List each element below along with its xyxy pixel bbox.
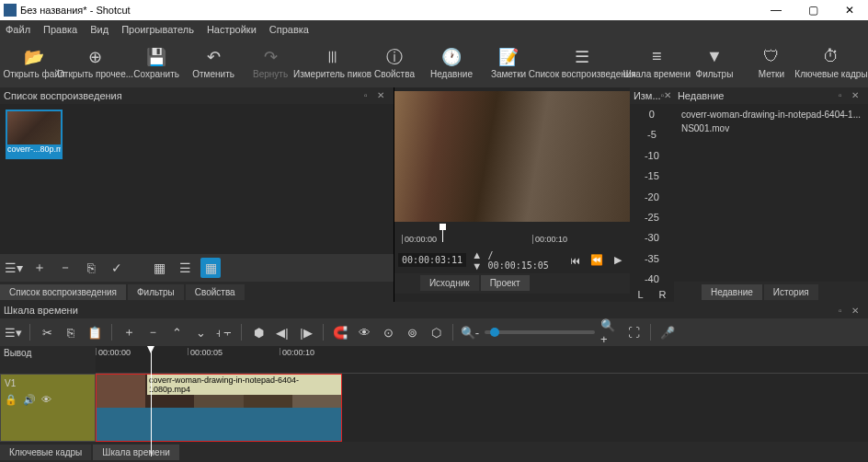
peak-meter-button[interactable]: ⫼Измеритель пиков (301, 40, 364, 86)
close-button[interactable]: ✕ (831, 0, 868, 20)
next-marker-icon[interactable]: |▶ (297, 322, 315, 342)
playlist-menu-icon[interactable]: ☰▾ (4, 258, 24, 278)
undo-button[interactable]: ↶Отменить (187, 40, 240, 86)
panel-undock-icon[interactable]: ▫ (839, 90, 851, 100)
panel-undock-icon[interactable]: ▫ (364, 90, 377, 100)
zoom-slider[interactable] (485, 330, 595, 334)
playlist-insert-icon[interactable]: ⎘ (81, 258, 101, 278)
funnel-icon: ▼ (706, 47, 723, 67)
copy-icon[interactable]: ⎘ (62, 322, 80, 342)
tab-source[interactable]: Исходник (420, 275, 479, 291)
preview-video[interactable] (394, 91, 630, 222)
track-hide-icon[interactable]: 👁 (41, 394, 51, 406)
rewind-icon[interactable]: ⏪ (589, 254, 605, 266)
filters-button[interactable]: ▼Фильтры (688, 40, 741, 86)
maximize-button[interactable]: ▢ (794, 0, 831, 20)
minimize-button[interactable]: — (758, 0, 794, 20)
playlist-add-icon[interactable]: ＋ (29, 258, 50, 278)
keyframes-button[interactable]: ⏱Ключевые кадры (802, 40, 861, 86)
ripple-icon[interactable]: ⊙ (379, 322, 397, 342)
recent-item[interactable]: coverr-woman-drawing-in-notepad-6404-1..… (678, 108, 864, 121)
app-icon (4, 4, 17, 17)
timecode-field[interactable]: 00:00:03:11 (398, 253, 466, 267)
tab-playlist[interactable]: Список воспроизведения (0, 284, 126, 300)
preview-playhead[interactable] (442, 224, 443, 242)
scrub-icon[interactable]: 👁 (355, 322, 373, 342)
view-grid-icon[interactable]: ▦ (200, 258, 221, 278)
append-icon[interactable]: ＋ (120, 322, 138, 342)
playlist-check-icon[interactable]: ✓ (107, 258, 127, 278)
clip-thumbnail (7, 111, 61, 144)
tab-properties[interactable]: Свойства (186, 284, 245, 300)
menu-help[interactable]: Справка (269, 24, 309, 35)
play-icon[interactable]: ▶ (611, 254, 626, 266)
view-list-icon[interactable]: ☰ (175, 258, 195, 278)
timeline-menu-icon[interactable]: ☰▾ (4, 322, 22, 342)
properties-button[interactable]: ⓘСвойства (368, 40, 421, 86)
markers-button[interactable]: 🛡Метки (745, 40, 798, 86)
track-lock-icon[interactable]: 🔒 (5, 394, 17, 406)
cut-icon[interactable]: ✂ (38, 322, 56, 342)
view-detail-icon[interactable]: ▦ (149, 258, 169, 278)
output-label[interactable]: Вывод (0, 346, 96, 359)
playlist-content[interactable]: coverr-...80p.mp4 (0, 104, 394, 254)
paste-icon[interactable]: 📋 (86, 322, 104, 342)
meter-title: Изм... ▫ ✕ (630, 87, 674, 104)
tab-timeline[interactable]: Шкала времени (93, 445, 178, 460)
panel-close-icon[interactable]: ✕ (851, 90, 864, 100)
notes-button[interactable]: 📝Заметки (482, 40, 535, 86)
overwrite-icon[interactable]: ⌄ (191, 322, 210, 342)
recent-item[interactable]: NS001.mov (678, 121, 864, 135)
remove-icon[interactable]: － (143, 322, 162, 342)
menu-settings[interactable]: Настройки (207, 24, 257, 35)
marker-add-icon[interactable]: ⬢ (249, 322, 268, 342)
open-other-button[interactable]: ⊕Открыть прочее... (64, 40, 126, 86)
menu-edit[interactable]: Правка (43, 24, 77, 35)
zoom-in-icon[interactable]: 🔍+ (600, 322, 619, 342)
meter-scale: 0 -5 -10 -15 -20 -25 -30 -35 -40 (630, 104, 674, 289)
timeline-button[interactable]: ≡Шкала времени (630, 40, 684, 86)
prev-marker-icon[interactable]: ◀| (273, 322, 291, 342)
ripple-all-icon[interactable]: ⊚ (403, 322, 421, 342)
track-mute-icon[interactable]: 🔊 (23, 394, 36, 406)
tab-filters[interactable]: Фильтры (128, 284, 184, 300)
panel-close-icon[interactable]: ✕ (377, 90, 390, 100)
snap-icon[interactable]: 🧲 (331, 322, 349, 342)
tab-history[interactable]: История (764, 284, 818, 300)
timeline-ruler[interactable]: 00:00:00 00:00:05 00:00:10 (96, 346, 868, 374)
playlist-remove-icon[interactable]: － (55, 258, 75, 278)
playlist-button[interactable]: ☰Список воспроизведения (539, 40, 626, 86)
skip-start-icon[interactable]: ⏮ (567, 255, 583, 266)
total-duration: / 00:00:15:05 (488, 250, 557, 271)
lift-icon[interactable]: ⌃ (167, 322, 186, 342)
save-button[interactable]: 💾Сохранить (130, 40, 183, 86)
timeline-playhead[interactable] (151, 346, 152, 456)
track-area[interactable]: 00:00:00 00:00:05 00:00:10 coverr-woman-… (96, 346, 868, 442)
timecode-spinner[interactable]: ▲▼ (472, 249, 482, 271)
tab-project[interactable]: Проект (481, 275, 530, 291)
clip-video-track: coverr-woman-drawing-in-notepad-6404-108… (97, 375, 341, 408)
clip-audio-track (97, 408, 341, 441)
tab-recent[interactable]: Недавние (702, 284, 762, 300)
panel-close-icon[interactable]: ✕ (851, 306, 864, 316)
playlist-title: Список воспроизведения ▫ ✕ (0, 87, 394, 104)
preview-ruler[interactable]: 00:00:00 00:00:10 (394, 222, 630, 248)
zoom-fit-icon[interactable]: ⛶ (624, 322, 643, 342)
menu-player[interactable]: Проигрыватель (121, 24, 194, 35)
tab-keyframes[interactable]: Ключевые кадры (0, 445, 91, 460)
menu-file[interactable]: Файл (6, 24, 30, 35)
panel-undock-icon[interactable]: ▫ (839, 306, 851, 316)
zoom-out-icon[interactable]: 🔍‑ (461, 322, 479, 342)
track-header-v1[interactable]: V1 🔒 🔊 👁 (0, 374, 96, 442)
record-audio-icon[interactable]: 🎤 (658, 322, 677, 342)
open-file-button[interactable]: 📂Открыть файл (7, 40, 61, 86)
playlist-clip[interactable]: coverr-...80p.mp4 (6, 110, 63, 159)
meter-icon: ⫼ (325, 47, 341, 67)
ripple-markers-icon[interactable]: ⬡ (427, 322, 445, 342)
split-icon[interactable]: ⫞⫟ (215, 322, 234, 342)
menu-view[interactable]: Вид (90, 24, 108, 35)
redo-button[interactable]: ↷Вернуть (244, 40, 297, 86)
timeline-clip[interactable]: coverr-woman-drawing-in-notepad-6404-108… (96, 374, 342, 442)
recent-button[interactable]: 🕐Недавние (425, 40, 478, 86)
panel-close-icon[interactable]: ✕ (664, 90, 671, 100)
